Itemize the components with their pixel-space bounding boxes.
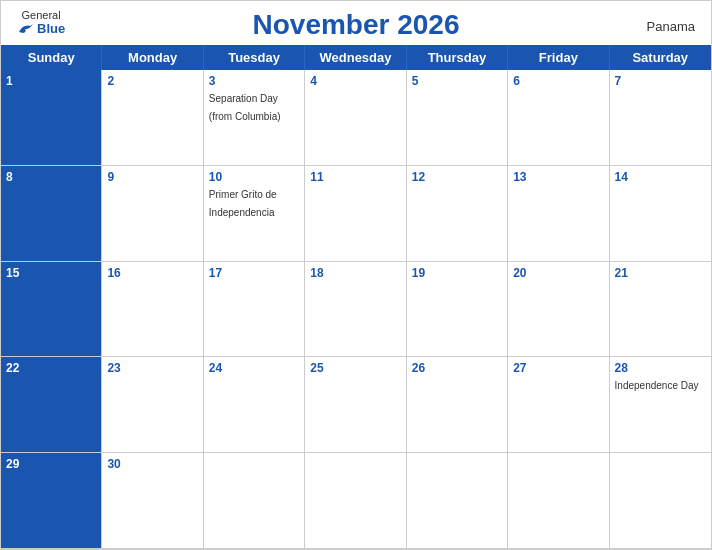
date-number: 13 bbox=[513, 170, 603, 184]
calendar-cell: 14 bbox=[610, 166, 711, 262]
holiday-label: Independence Day bbox=[615, 380, 699, 391]
calendar-cell: 16 bbox=[102, 262, 203, 358]
header-saturday: Saturday bbox=[610, 45, 711, 70]
calendar-cell: 26 bbox=[407, 357, 508, 453]
calendar-cell: 28Independence Day bbox=[610, 357, 711, 453]
date-number: 11 bbox=[310, 170, 400, 184]
header-monday: Monday bbox=[102, 45, 203, 70]
calendar-cell: 19 bbox=[407, 262, 508, 358]
date-number: 16 bbox=[107, 266, 197, 280]
calendar-cell bbox=[610, 453, 711, 549]
calendar-cell: 4 bbox=[305, 70, 406, 166]
date-number: 10 bbox=[209, 170, 299, 184]
calendar-cell: 8 bbox=[1, 166, 102, 262]
calendar-container: General Blue November 2026 Panama Sunday… bbox=[0, 0, 712, 550]
calendar-cell: 30 bbox=[102, 453, 203, 549]
calendar-cell: 7 bbox=[610, 70, 711, 166]
date-number: 26 bbox=[412, 361, 502, 375]
calendar-cell: 3Separation Day (from Columbia) bbox=[204, 70, 305, 166]
date-number: 29 bbox=[6, 457, 96, 471]
day-headers-row: Sunday Monday Tuesday Wednesday Thursday… bbox=[1, 45, 711, 70]
calendar-cell: 17 bbox=[204, 262, 305, 358]
date-number: 18 bbox=[310, 266, 400, 280]
date-number: 30 bbox=[107, 457, 197, 471]
calendar-cell: 15 bbox=[1, 262, 102, 358]
date-number: 20 bbox=[513, 266, 603, 280]
calendar-cell: 12 bbox=[407, 166, 508, 262]
calendar-cell: 29 bbox=[1, 453, 102, 549]
calendar-cell: 18 bbox=[305, 262, 406, 358]
date-number: 7 bbox=[615, 74, 706, 88]
date-number: 22 bbox=[6, 361, 96, 375]
calendar-cell bbox=[305, 453, 406, 549]
date-number: 24 bbox=[209, 361, 299, 375]
date-number: 28 bbox=[615, 361, 706, 375]
calendar-cell: 24 bbox=[204, 357, 305, 453]
header-tuesday: Tuesday bbox=[204, 45, 305, 70]
date-number: 12 bbox=[412, 170, 502, 184]
header-friday: Friday bbox=[508, 45, 609, 70]
date-number: 3 bbox=[209, 74, 299, 88]
calendar-cell: 13 bbox=[508, 166, 609, 262]
calendar-cell: 2 bbox=[102, 70, 203, 166]
calendar-header: General Blue November 2026 Panama bbox=[1, 1, 711, 45]
holiday-label: Separation Day (from Columbia) bbox=[209, 93, 281, 122]
date-number: 4 bbox=[310, 74, 400, 88]
date-number: 1 bbox=[6, 74, 96, 88]
calendar-cell: 6 bbox=[508, 70, 609, 166]
date-number: 9 bbox=[107, 170, 197, 184]
date-number: 17 bbox=[209, 266, 299, 280]
date-number: 15 bbox=[6, 266, 96, 280]
date-number: 6 bbox=[513, 74, 603, 88]
calendar-cell: 11 bbox=[305, 166, 406, 262]
date-number: 14 bbox=[615, 170, 706, 184]
date-number: 2 bbox=[107, 74, 197, 88]
calendar-cell: 10Primer Grito de Independencia bbox=[204, 166, 305, 262]
logo-blue-text: Blue bbox=[17, 21, 65, 36]
calendar-cell: 22 bbox=[1, 357, 102, 453]
month-title: November 2026 bbox=[252, 9, 459, 41]
date-number: 27 bbox=[513, 361, 603, 375]
date-number: 8 bbox=[6, 170, 96, 184]
calendar-cell: 5 bbox=[407, 70, 508, 166]
calendar-cell bbox=[204, 453, 305, 549]
date-number: 21 bbox=[615, 266, 706, 280]
calendar-cell bbox=[508, 453, 609, 549]
logo-bird-icon bbox=[17, 22, 35, 36]
calendar-cell: 20 bbox=[508, 262, 609, 358]
calendar-cell: 1 bbox=[1, 70, 102, 166]
date-number: 23 bbox=[107, 361, 197, 375]
holiday-label: Primer Grito de Independencia bbox=[209, 189, 277, 218]
header-sunday: Sunday bbox=[1, 45, 102, 70]
calendar-cell: 25 bbox=[305, 357, 406, 453]
calendar-cell: 9 bbox=[102, 166, 203, 262]
logo-general-text: General bbox=[22, 9, 61, 21]
date-number: 25 bbox=[310, 361, 400, 375]
date-number: 19 bbox=[412, 266, 502, 280]
calendar-cell: 27 bbox=[508, 357, 609, 453]
calendar-cell: 21 bbox=[610, 262, 711, 358]
calendar-cell: 23 bbox=[102, 357, 203, 453]
date-number: 5 bbox=[412, 74, 502, 88]
calendar-grid: 123Separation Day (from Columbia)4567891… bbox=[1, 70, 711, 549]
header-thursday: Thursday bbox=[407, 45, 508, 70]
logo: General Blue bbox=[17, 9, 65, 36]
country-label: Panama bbox=[647, 19, 695, 34]
header-wednesday: Wednesday bbox=[305, 45, 406, 70]
calendar-cell bbox=[407, 453, 508, 549]
